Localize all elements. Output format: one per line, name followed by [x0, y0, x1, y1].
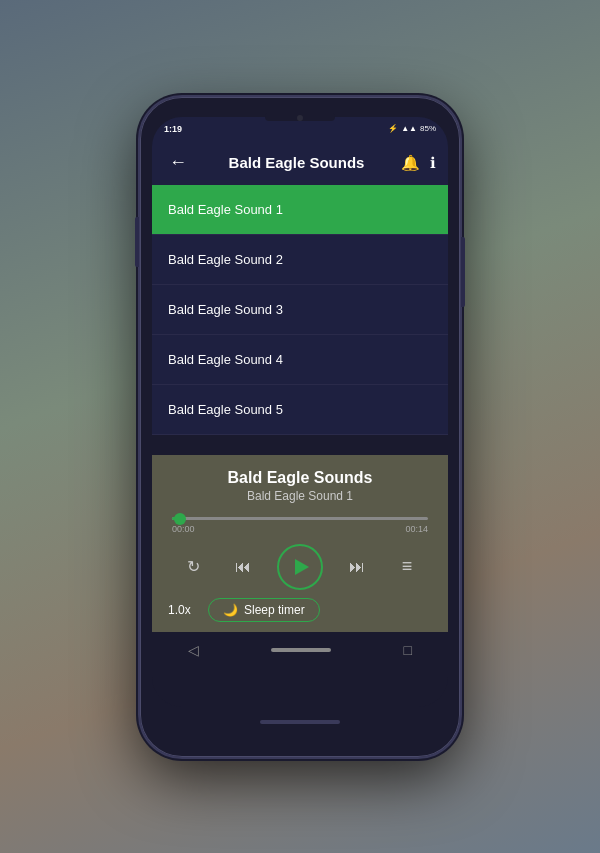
next-button[interactable]: ⏭: [341, 551, 373, 583]
song-name: Bald Eagle Sound 4: [168, 352, 283, 367]
phone-frame: 1:19 ⚡ ▲▲ 85% ← Bald Eagle Sounds 🔔 ℹ Ba…: [140, 97, 460, 757]
bottom-nav: ◁ □: [152, 632, 448, 668]
top-icons: 🔔 ℹ: [401, 154, 436, 172]
song-name: Bald Eagle Sound 5: [168, 402, 283, 417]
song-name: Bald Eagle Sound 1: [168, 202, 283, 217]
song-name: Bald Eagle Sound 3: [168, 302, 283, 317]
repeat-button[interactable]: ↻: [177, 551, 209, 583]
list-item[interactable]: Bald Eagle Sound 3: [152, 285, 448, 335]
next-icon: ⏭: [349, 558, 365, 576]
progress-container: 00:00 00:14: [172, 517, 428, 534]
back-button[interactable]: ←: [164, 152, 192, 173]
song-name: Bald Eagle Sound 2: [168, 252, 283, 267]
bluetooth-icon: ⚡: [388, 124, 398, 133]
play-button[interactable]: [277, 544, 323, 590]
total-time: 00:14: [405, 524, 428, 534]
progress-times: 00:00 00:14: [172, 524, 428, 534]
player-area: Bald Eagle Sounds Bald Eagle Sound 1 00:…: [152, 455, 448, 632]
signal-icon: ▲▲: [401, 124, 417, 133]
phone-bottom: [260, 707, 340, 737]
bell-icon[interactable]: 🔔: [401, 154, 420, 172]
status-right: ⚡ ▲▲ 85%: [388, 124, 436, 133]
battery-level: 85%: [420, 124, 436, 133]
repeat-icon: ↻: [187, 557, 200, 576]
moon-icon: 🌙: [223, 603, 238, 617]
camera-dot: [297, 115, 303, 121]
player-track-name: Bald Eagle Sound 1: [168, 489, 432, 503]
home-indicator: [260, 720, 340, 724]
play-icon: [295, 559, 309, 575]
current-time: 00:00: [172, 524, 195, 534]
prev-button[interactable]: ⏮: [227, 551, 259, 583]
info-icon[interactable]: ℹ: [430, 154, 436, 172]
back-nav-icon[interactable]: ◁: [188, 642, 199, 658]
prev-icon: ⏮: [235, 558, 251, 576]
sleep-timer-label: Sleep timer: [244, 603, 305, 617]
list-item[interactable]: Bald Eagle Sound 1: [152, 185, 448, 235]
top-bar: ← Bald Eagle Sounds 🔔 ℹ: [152, 141, 448, 185]
page-title: Bald Eagle Sounds: [200, 154, 393, 171]
sleep-timer-button[interactable]: 🌙 Sleep timer: [208, 598, 320, 622]
player-controls: ↻ ⏮ ⏭ ≡: [168, 544, 432, 590]
status-time: 1:19: [164, 124, 182, 134]
speed-label[interactable]: 1.0x: [168, 603, 198, 617]
recent-apps-icon[interactable]: □: [403, 642, 411, 658]
list-item[interactable]: Bald Eagle Sound 4: [152, 335, 448, 385]
player-bottom: 1.0x 🌙 Sleep timer: [168, 598, 432, 622]
list-icon: ≡: [402, 556, 413, 577]
list-item[interactable]: Bald Eagle Sound 2: [152, 235, 448, 285]
song-list: Bald Eagle Sound 1 Bald Eagle Sound 2 Ba…: [152, 185, 448, 455]
playlist-button[interactable]: ≡: [391, 551, 423, 583]
list-item[interactable]: Bald Eagle Sound 5: [152, 385, 448, 435]
progress-thumb: [174, 513, 186, 525]
progress-track[interactable]: [172, 517, 428, 520]
phone-screen: 1:19 ⚡ ▲▲ 85% ← Bald Eagle Sounds 🔔 ℹ Ba…: [152, 117, 448, 707]
home-button[interactable]: [271, 648, 331, 652]
player-album-title: Bald Eagle Sounds: [168, 469, 432, 487]
